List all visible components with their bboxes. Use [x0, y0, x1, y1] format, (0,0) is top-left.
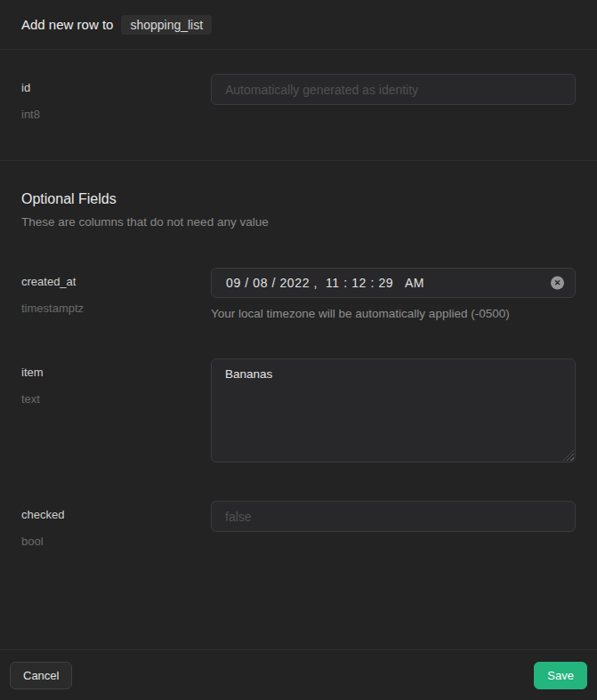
panel-title: Add new row to: [21, 17, 113, 32]
section-required-fields: id int8: [0, 50, 597, 161]
field-row-checked: checked bool: [21, 501, 576, 548]
created-at-datetime-input[interactable]: 09 / 08 / 2022 , 11 : 12 : 29 AM: [211, 268, 576, 298]
field-label-group-id: id int8: [21, 74, 211, 121]
cancel-button[interactable]: Cancel: [10, 662, 72, 689]
checked-input[interactable]: [211, 501, 576, 532]
field-name-id: id: [21, 81, 211, 94]
field-type-created-at: timestamptz: [21, 302, 211, 315]
id-input[interactable]: [211, 74, 576, 105]
field-name-item: item: [21, 366, 211, 379]
field-row-created-at: created_at timestamptz 09 / 08 / 2022 , …: [21, 268, 576, 320]
field-row-id: id int8: [21, 74, 576, 121]
field-label-group-created-at: created_at timestamptz: [21, 268, 211, 315]
field-name-created-at: created_at: [21, 275, 211, 288]
content-spacer: [0, 548, 597, 649]
panel-footer: Cancel Save: [0, 649, 597, 700]
optional-fields-title: Optional Fields: [21, 191, 576, 207]
section-optional-fields: created_at timestamptz 09 / 08 / 2022 , …: [0, 229, 597, 548]
save-button[interactable]: Save: [534, 662, 587, 689]
table-name-badge: shopping_list: [121, 15, 212, 35]
field-type-checked: bool: [21, 535, 211, 548]
panel-header: Add new row to shopping_list: [0, 0, 597, 50]
field-type-item: text: [21, 392, 211, 406]
field-label-group-checked: checked bool: [21, 501, 211, 548]
field-name-checked: checked: [21, 508, 211, 521]
field-row-item: item text Bananas: [21, 358, 576, 463]
field-type-id: int8: [21, 108, 211, 121]
item-textarea[interactable]: Bananas: [211, 358, 576, 463]
timezone-helper-text: Your local timezone will be automaticall…: [211, 307, 576, 320]
clear-datetime-icon[interactable]: ✕: [551, 277, 564, 290]
optional-fields-subtitle: These are columns that do not need any v…: [21, 215, 576, 229]
add-row-panel: Add new row to shopping_list id int8 Opt…: [0, 0, 597, 700]
field-label-group-item: item text: [21, 358, 211, 406]
optional-fields-header: Optional Fields These are columns that d…: [0, 161, 597, 229]
